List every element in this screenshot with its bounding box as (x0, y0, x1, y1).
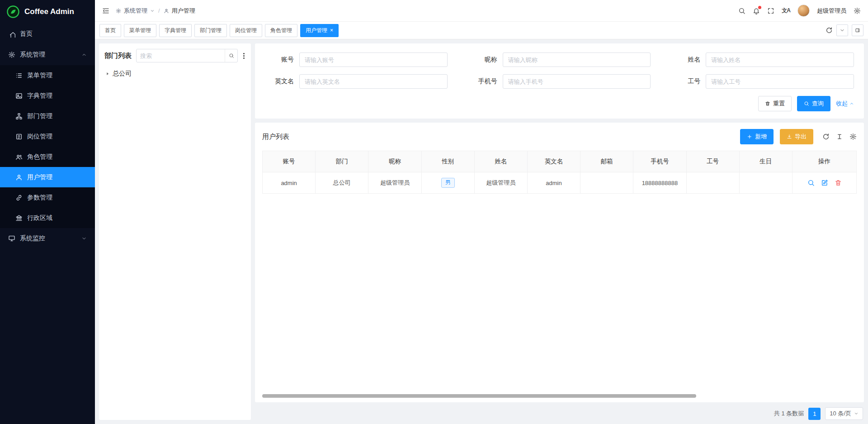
sidebar-item-post-mgmt[interactable]: 岗位管理 (0, 126, 95, 147)
chevron-up-icon (849, 101, 854, 106)
trash-icon (835, 179, 842, 186)
global-search-button[interactable] (738, 7, 745, 14)
topbar-actions: 超级管理员 (738, 5, 861, 17)
dept-search-input[interactable] (137, 52, 225, 59)
sidebar-item-param-mgmt[interactable]: 参数管理 (0, 187, 95, 208)
pagination-page-1[interactable]: 1 (808, 408, 821, 420)
main-column: 系统管理 / 用户管理 超级管理员 (95, 0, 868, 424)
topbar: 系统管理 / 用户管理 超级管理员 (95, 0, 868, 22)
roles-icon (15, 153, 23, 161)
chevron-down-icon (840, 28, 845, 33)
col-en-name: 英文名 (527, 151, 580, 172)
bank-icon (15, 214, 23, 222)
breadcrumb-separator: / (158, 7, 160, 14)
sidebar-item-dept-mgmt[interactable]: 部门管理 (0, 106, 95, 126)
tab-menu-mgmt[interactable]: 菜单管理 (124, 24, 156, 37)
breadcrumb-root[interactable]: 系统管理 (124, 7, 147, 15)
cell-work-id (686, 172, 739, 194)
image-icon (15, 92, 23, 100)
query-button[interactable]: 查询 (797, 96, 830, 111)
sidebar-item-label: 系统监控 (20, 234, 45, 243)
col-account: 账号 (263, 151, 316, 172)
sidebar-item-dict-mgmt[interactable]: 字典管理 (0, 86, 95, 106)
sidebar-item-system-monitor[interactable]: 系统监控 (0, 228, 95, 249)
tab-dict-mgmt[interactable]: 字典管理 (159, 24, 192, 37)
menu-fold-icon (102, 7, 109, 14)
tree-expand-caret-icon[interactable] (105, 71, 110, 76)
dept-search-button[interactable] (225, 49, 237, 62)
tabbar: 首页 菜单管理 字典管理 部门管理 岗位管理 角色管理 用户管理 × (95, 22, 868, 39)
field-label: 姓名 (671, 56, 700, 64)
dept-more-menu-icon[interactable] (242, 52, 245, 60)
sidebar-item-role-mgmt[interactable]: 角色管理 (0, 147, 95, 167)
tab-dept-mgmt[interactable]: 部门管理 (194, 24, 227, 37)
sidebar-collapse-button[interactable] (102, 7, 109, 14)
field-name: 姓名 (671, 52, 854, 67)
fullscreen-icon (767, 7, 774, 14)
cell-birthday (739, 172, 792, 194)
field-label: 英文名 (265, 77, 294, 86)
gender-tag: 男 (441, 178, 455, 188)
dept-tree-node-root[interactable]: 总公司 (104, 68, 245, 80)
col-work-id: 工号 (686, 151, 739, 172)
work-id-input[interactable] (706, 74, 854, 89)
language-switch-button[interactable] (782, 7, 790, 14)
search-icon (807, 179, 815, 186)
refresh-page-button[interactable] (826, 27, 833, 34)
table-row[interactable]: admin 总公司 超级管理员 男 超级管理员 admin 1888888888… (263, 172, 857, 194)
row-height-icon (836, 133, 843, 140)
tab-actions-dropdown[interactable] (836, 24, 848, 36)
plus-icon (747, 134, 752, 139)
phone-input[interactable] (503, 74, 651, 89)
sidebar-item-user-mgmt[interactable]: 用户管理 (0, 167, 95, 187)
table-refresh-button[interactable] (822, 133, 830, 140)
tab-role-mgmt[interactable]: 角色管理 (265, 24, 297, 37)
reset-button[interactable]: 重置 (758, 96, 792, 111)
export-button[interactable]: 导出 (780, 129, 813, 144)
sidebar-item-system-mgmt[interactable]: 系统管理 (0, 44, 95, 65)
content-fullscreen-button[interactable] (852, 24, 863, 36)
notifications-button[interactable] (753, 7, 760, 14)
settings-button[interactable] (854, 7, 861, 14)
gear-icon (854, 7, 861, 14)
sidebar: Coffee Admin 首页 系统管理 菜单管理 字典管理 部门管理 (0, 0, 95, 424)
cell-actions (793, 172, 857, 194)
gear-icon (116, 8, 121, 14)
nickname-input[interactable] (503, 52, 651, 67)
edit-icon (821, 179, 828, 186)
edit-row-button[interactable] (821, 179, 828, 186)
table-horizontal-scrollbar[interactable] (262, 394, 696, 398)
gear-icon (849, 133, 857, 140)
row-density-button[interactable] (836, 133, 843, 140)
gear-icon (8, 51, 15, 58)
user-avatar[interactable] (797, 5, 810, 17)
en-name-input[interactable] (299, 74, 448, 89)
page-size-select[interactable]: 10 条/页 (825, 407, 863, 420)
sidebar-item-region[interactable]: 行政区域 (0, 208, 95, 228)
sidebar-item-menu-mgmt[interactable]: 菜单管理 (0, 65, 95, 86)
name-input[interactable] (706, 52, 854, 67)
account-input[interactable] (299, 52, 448, 67)
cell-name: 超级管理员 (474, 172, 527, 194)
search-icon (738, 7, 745, 14)
tab-home[interactable]: 首页 (99, 24, 121, 37)
column-settings-button[interactable] (849, 133, 857, 140)
username-label[interactable]: 超级管理员 (817, 7, 846, 15)
chevron-up-icon (81, 52, 87, 57)
notification-badge (758, 6, 761, 9)
tab-close-icon[interactable]: × (330, 28, 333, 33)
sidebar-item-label: 角色管理 (27, 153, 52, 161)
list-icon (15, 72, 23, 79)
sidebar-item-home[interactable]: 首页 (0, 24, 95, 44)
view-row-button[interactable] (807, 179, 815, 186)
dept-panel-header: 部门列表 (104, 49, 245, 62)
dept-panel: 部门列表 总公司 (99, 43, 251, 420)
fullscreen-button[interactable] (767, 7, 774, 14)
collapse-form-button[interactable]: 收起 (836, 100, 854, 108)
link-icon (15, 194, 23, 201)
tab-post-mgmt[interactable]: 岗位管理 (230, 24, 262, 37)
tab-user-mgmt[interactable]: 用户管理 × (300, 24, 339, 37)
add-user-button[interactable]: 新增 (740, 129, 774, 144)
delete-row-button[interactable] (835, 179, 842, 186)
col-actions: 操作 (793, 151, 857, 172)
